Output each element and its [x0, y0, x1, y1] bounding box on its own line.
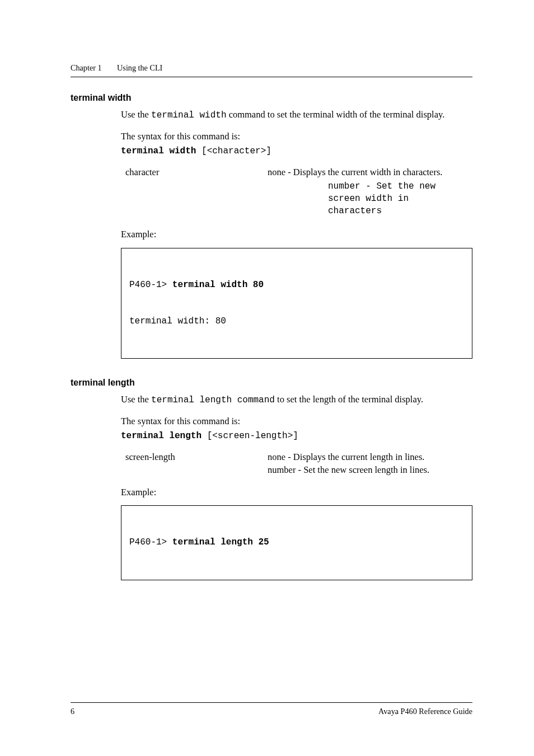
- syntax-label: The syntax for this command is:: [121, 130, 472, 143]
- intro-pre-text-2: Use the: [121, 394, 151, 405]
- intro-inline-command: terminal width: [151, 110, 226, 120]
- section-heading-terminal-width: terminal width: [71, 92, 472, 104]
- intro-inline-command-2: terminal length command: [151, 395, 275, 405]
- syntax-line-terminal-length: terminal length [<screen-length>]: [121, 429, 472, 443]
- chapter-label: Chapter 1: [71, 63, 102, 72]
- param-row-screen-length: screen-length none - Displays the curren…: [121, 451, 472, 476]
- code-box-terminal-length: P460-1> terminal length 25: [121, 505, 472, 580]
- param-desc-character: none - Displays the current width in cha…: [268, 166, 472, 179]
- param-subdesc-character: number - Set the new screen width in cha…: [328, 181, 474, 217]
- syntax-cmd-rest: [<character>]: [196, 146, 271, 156]
- param-desc-line-1: none - Displays the current length in li…: [268, 452, 424, 462]
- syntax-cmd-bold-2: terminal length: [121, 431, 202, 441]
- doc-title: Avaya P460 Reference Guide: [378, 706, 472, 717]
- code-box-terminal-width: P460-1> terminal width 80 terminal width…: [121, 248, 472, 359]
- code-cmd-2: terminal length 25: [172, 537, 269, 547]
- param-name-character: character: [121, 166, 268, 179]
- param-desc-screen-length: none - Displays the current length in li…: [268, 451, 472, 476]
- syntax-label-2: The syntax for this command is:: [121, 415, 472, 428]
- code-line-3: P460-1> terminal length 25: [129, 537, 464, 549]
- intro-post-text-2: to set the length of the terminal displa…: [275, 394, 423, 405]
- syntax-cmd-bold: terminal width: [121, 146, 196, 156]
- chapter-title: Using the CLI: [117, 63, 162, 72]
- code-prompt-2: P460-1>: [129, 537, 172, 547]
- param-name-screen-length: screen-length: [121, 451, 268, 463]
- param-desc-line-2: number - Set the new screen length in li…: [268, 464, 429, 475]
- page-number: 6: [71, 706, 74, 717]
- code-cmd: terminal width 80: [172, 280, 264, 290]
- syntax-line-terminal-width: terminal width [<character>]: [121, 144, 472, 158]
- example-label-2: Example:: [121, 486, 472, 499]
- example-label: Example:: [121, 228, 472, 241]
- syntax-cmd-rest-2: [<screen-length>]: [202, 431, 298, 441]
- section-heading-terminal-length: terminal length: [71, 377, 472, 389]
- code-prompt: P460-1>: [129, 280, 172, 290]
- code-line-2: terminal width: 80: [129, 316, 464, 328]
- code-line-1: P460-1> terminal width 80: [129, 279, 464, 292]
- intro-pre-text: Use the: [121, 109, 151, 120]
- intro-post-text: command to set the terminal width of the…: [227, 109, 445, 120]
- intro-paragraph-terminal-width: Use the terminal width command to set th…: [121, 109, 472, 122]
- footer-rule: [71, 702, 472, 703]
- intro-paragraph-terminal-length: Use the terminal length command to set t…: [121, 393, 472, 407]
- param-row-character: character none - Displays the current wi…: [121, 166, 472, 179]
- header-rule: [71, 77, 472, 77]
- running-header: Chapter 1 Using the CLI: [71, 63, 472, 73]
- page-footer: 6 Avaya P460 Reference Guide: [0, 702, 534, 717]
